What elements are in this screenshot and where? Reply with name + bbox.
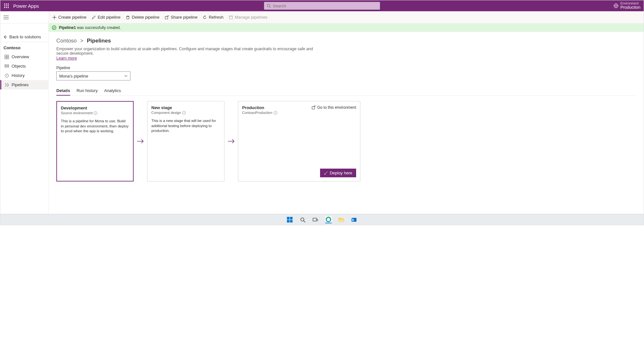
svg-rect-37 [290,220,293,222]
svg-rect-22 [165,16,168,19]
refresh-button[interactable]: Refresh [203,15,223,20]
edge-icon[interactable] [325,216,332,223]
manage-icon [229,15,233,20]
app-launcher-icon[interactable] [4,3,9,9]
svg-rect-26 [5,55,6,57]
svg-rect-28 [5,57,6,59]
plus-icon [52,15,57,20]
edit-pipeline-button[interactable]: Edit pipeline [91,15,120,20]
sidebar-item-label: Objects [12,64,26,69]
learn-more-link[interactable]: Learn more [56,56,77,60]
svg-rect-29 [7,57,9,59]
stage-card-newstage[interactable]: New stage Component design i This is a n… [147,101,224,181]
chevron-down-icon [124,75,128,77]
info-icon[interactable]: i [94,111,97,115]
back-link-label: Back to solutions [9,34,41,39]
sidebar-item-pipelines[interactable]: Pipelines [0,80,48,89]
svg-rect-5 [8,5,9,6]
tab-analytics[interactable]: Analytics [104,86,121,96]
main-content: Contoso > Pipelines Empower your organiz… [49,32,644,225]
svg-rect-6 [4,7,5,8]
info-icon[interactable]: i [182,111,186,115]
search-box[interactable] [264,2,380,10]
goto-environment-link[interactable]: Go to this environment [312,105,356,110]
start-icon[interactable] [286,216,293,223]
stages-row: Development Source environment i This is… [56,101,636,181]
svg-line-39 [304,221,305,222]
back-to-solutions-link[interactable]: Back to solutions [0,32,48,42]
svg-rect-31 [5,66,9,67]
solution-name: Contoso [0,42,48,52]
info-icon[interactable]: i [274,111,277,115]
create-pipeline-label: Create pipeline [58,15,86,20]
open-icon [312,106,316,109]
pipelines-icon [5,83,9,87]
windows-taskbar [0,214,644,225]
app-header: Power Apps Environment Production [0,0,644,11]
environment-name: Production [620,5,640,10]
stage-card-production[interactable]: Production ContosoProduction i Go to thi… [238,101,360,181]
share-pipeline-button[interactable]: Share pipeline [165,15,197,20]
create-pipeline-button[interactable]: Create pipeline [52,15,86,20]
search-input[interactable] [273,4,377,8]
sidebar-item-overview[interactable]: Overview [0,52,48,61]
svg-rect-23 [229,16,232,19]
svg-rect-45 [351,218,354,221]
arrow-right-icon [136,101,145,181]
sidebar-item-label: Overview [12,54,29,59]
stage-subtitle: ContosoProduction i [242,111,356,115]
banner-row: Pipeline1 was successfully created. [0,23,644,32]
svg-point-25 [52,26,56,30]
sidebar-item-label: Pipelines [12,82,29,87]
svg-rect-35 [290,217,293,219]
stage-title: Development [61,106,129,110]
tab-run-history[interactable]: Run history [77,86,98,96]
taskbar-search-icon[interactable] [299,216,306,223]
arrow-right-icon [227,101,235,181]
command-bar: Create pipeline Edit pipeline Delete pip… [49,11,644,23]
taskview-icon[interactable] [312,216,319,223]
success-banner: Pipeline1 was successfully created. [49,23,644,32]
arrow-left-icon [4,35,7,39]
tab-details[interactable]: Details [56,86,70,96]
svg-rect-1 [6,4,7,5]
trash-icon [126,15,130,20]
breadcrumb-root[interactable]: Contoso [56,38,77,44]
app-name: Power Apps [13,3,39,9]
svg-rect-8 [8,7,9,8]
history-icon [5,73,9,78]
breadcrumb: Contoso > Pipelines [56,38,636,44]
deploy-here-button[interactable]: Deploy here [320,169,356,177]
success-check-icon [52,25,56,30]
environment-icon [613,3,619,8]
sidebar: Back to solutions Contoso Overview Objec… [0,32,49,225]
environment-picker[interactable]: Environment Production [613,2,640,10]
svg-rect-30 [5,65,9,66]
svg-rect-7 [6,7,7,8]
svg-rect-36 [287,220,289,222]
refresh-icon [203,15,207,20]
stage-body: This is a new stage that will be used fo… [151,118,220,134]
hamburger-icon[interactable] [4,15,9,20]
file-explorer-icon[interactable] [338,216,345,223]
svg-rect-41 [317,219,318,221]
svg-rect-0 [4,4,5,5]
delete-pipeline-label: Delete pipeline [132,15,159,20]
sidebar-item-objects[interactable]: Objects [0,61,48,71]
outlook-icon[interactable] [351,216,358,223]
delete-pipeline-button[interactable]: Delete pipeline [126,15,159,20]
svg-rect-2 [8,4,9,5]
banner-text: Pipeline1 was successfully created. [59,25,121,30]
pencil-icon [91,15,96,20]
manage-pipelines-button: Manage pipelines [229,15,268,20]
pipeline-select[interactable]: Mona's pipeline [56,71,130,80]
svg-point-9 [267,4,270,7]
svg-point-38 [301,218,304,221]
overview-icon [5,55,9,59]
svg-rect-43 [339,219,344,222]
svg-rect-40 [313,218,317,221]
deploy-button-label: Deploy here [330,171,352,175]
svg-rect-3 [4,5,5,6]
sidebar-item-history[interactable]: History [0,71,48,80]
stage-card-development[interactable]: Development Source environment i This is… [56,101,134,181]
